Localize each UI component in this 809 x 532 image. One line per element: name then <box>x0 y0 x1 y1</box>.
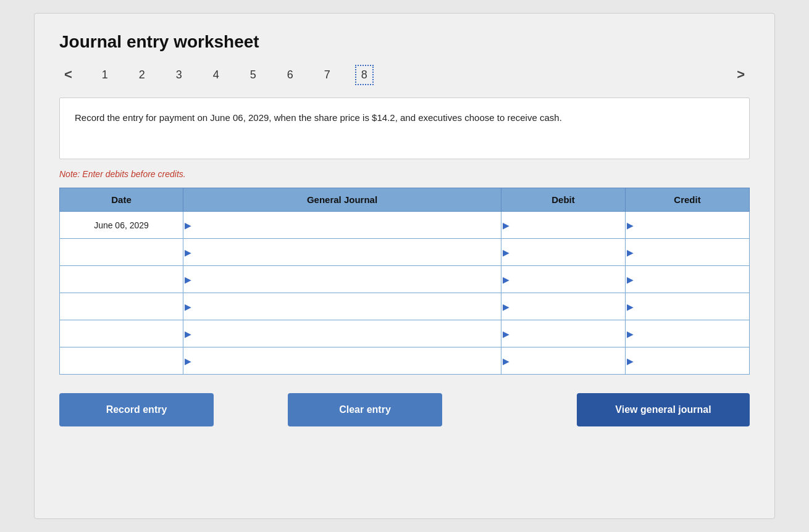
next-arrow[interactable]: > <box>732 64 750 85</box>
credit-cell-6[interactable]: ▶ <box>626 347 750 375</box>
table-row: ▶ ▶ ▶ <box>60 320 750 347</box>
date-cell-4 <box>60 293 183 320</box>
credit-arrow-icon: ▶ <box>626 329 636 339</box>
debit-arrow-icon: ▶ <box>501 356 512 366</box>
main-container: Journal entry worksheet < 1 2 3 4 5 6 7 … <box>34 13 775 519</box>
credit-arrow-icon: ▶ <box>626 275 636 285</box>
view-general-journal-button[interactable]: View general journal <box>577 393 750 426</box>
nav-page-4[interactable]: 4 <box>207 66 225 84</box>
credit-arrow-icon: ▶ <box>626 356 636 366</box>
debit-arrow-icon: ▶ <box>501 247 512 257</box>
description-text: Record the entry for payment on June 06,… <box>75 112 562 123</box>
buttons-row: Record entry Clear entry View general jo… <box>59 393 750 426</box>
credit-cell-3[interactable]: ▶ <box>626 266 750 293</box>
nav-page-6[interactable]: 6 <box>281 66 300 84</box>
debit-cell-6[interactable]: ▶ <box>501 347 626 375</box>
credit-arrow-icon: ▶ <box>626 302 636 312</box>
credit-input-6[interactable] <box>636 347 749 374</box>
debit-input-3[interactable] <box>512 266 625 293</box>
journal-input-5[interactable] <box>194 320 501 347</box>
date-cell-2 <box>60 239 183 266</box>
date-cell-6 <box>60 347 183 375</box>
debit-arrow-icon: ▶ <box>501 302 512 312</box>
date-cell-3 <box>60 266 183 293</box>
credit-arrow-icon: ▶ <box>626 220 636 230</box>
cell-arrow-icon: ▶ <box>183 356 194 366</box>
cell-arrow-icon: ▶ <box>183 329 194 339</box>
nav-page-1[interactable]: 1 <box>96 66 114 84</box>
credit-input-2[interactable] <box>636 239 749 265</box>
journal-input-4[interactable] <box>194 293 501 320</box>
pagination-nav: < 1 2 3 4 5 6 7 8 > <box>59 64 750 85</box>
table-row: ▶ ▶ ▶ <box>60 239 750 266</box>
header-debit: Debit <box>501 188 626 212</box>
credit-cell-2[interactable]: ▶ <box>626 239 750 266</box>
table-row: June 06, 2029 ▶ ▶ ▶ <box>60 212 750 239</box>
journal-cell-5[interactable]: ▶ <box>183 320 501 347</box>
journal-table: Date General Journal Debit Credit June 0… <box>59 188 750 375</box>
debit-input-5[interactable] <box>512 320 625 347</box>
credit-input-1[interactable] <box>636 212 749 238</box>
debit-input-1[interactable] <box>512 212 625 238</box>
header-credit: Credit <box>626 188 750 212</box>
cell-arrow-icon: ▶ <box>183 275 194 285</box>
prev-arrow[interactable]: < <box>59 64 77 85</box>
header-journal: General Journal <box>183 188 501 212</box>
credit-input-4[interactable] <box>636 293 749 320</box>
note-text: Note: Enter debits before credits. <box>59 169 750 179</box>
journal-input-3[interactable] <box>194 266 501 293</box>
debit-arrow-icon: ▶ <box>501 275 512 285</box>
debit-cell-5[interactable]: ▶ <box>501 320 626 347</box>
journal-input-2[interactable] <box>194 239 501 265</box>
date-cell-1: June 06, 2029 <box>60 212 183 239</box>
cell-arrow-icon: ▶ <box>183 247 194 257</box>
debit-cell-4[interactable]: ▶ <box>501 293 626 320</box>
journal-cell-1[interactable]: ▶ <box>183 212 501 239</box>
debit-input-2[interactable] <box>512 239 625 265</box>
table-row: ▶ ▶ ▶ <box>60 266 750 293</box>
nav-page-5[interactable]: 5 <box>244 66 262 84</box>
debit-cell-1[interactable]: ▶ <box>501 212 626 239</box>
table-row: ▶ ▶ ▶ <box>60 293 750 320</box>
debit-arrow-icon: ▶ <box>501 329 512 339</box>
credit-cell-5[interactable]: ▶ <box>626 320 750 347</box>
credit-cell-1[interactable]: ▶ <box>626 212 750 239</box>
nav-page-8[interactable]: 8 <box>355 65 374 85</box>
credit-arrow-icon: ▶ <box>626 247 636 257</box>
cell-arrow-icon: ▶ <box>183 302 194 312</box>
page-title: Journal entry worksheet <box>59 32 750 52</box>
debit-arrow-icon: ▶ <box>501 220 512 230</box>
debit-input-4[interactable] <box>512 293 625 320</box>
debit-input-6[interactable] <box>512 347 625 374</box>
journal-cell-6[interactable]: ▶ <box>183 347 501 375</box>
journal-input-1[interactable] <box>194 212 501 238</box>
debit-cell-3[interactable]: ▶ <box>501 266 626 293</box>
journal-cell-3[interactable]: ▶ <box>183 266 501 293</box>
credit-input-3[interactable] <box>636 266 749 293</box>
journal-cell-4[interactable]: ▶ <box>183 293 501 320</box>
header-date: Date <box>60 188 183 212</box>
nav-page-7[interactable]: 7 <box>318 66 337 84</box>
date-cell-5 <box>60 320 183 347</box>
description-box: Record the entry for payment on June 06,… <box>59 98 750 159</box>
credit-input-5[interactable] <box>636 320 749 347</box>
nav-page-2[interactable]: 2 <box>133 66 151 84</box>
debit-cell-2[interactable]: ▶ <box>501 239 626 266</box>
journal-cell-2[interactable]: ▶ <box>183 239 501 266</box>
credit-cell-4[interactable]: ▶ <box>626 293 750 320</box>
nav-page-3[interactable]: 3 <box>170 66 188 84</box>
cell-arrow-icon: ▶ <box>183 220 194 230</box>
record-entry-button[interactable]: Record entry <box>59 393 214 426</box>
journal-input-6[interactable] <box>194 347 501 374</box>
table-row: ▶ ▶ ▶ <box>60 347 750 375</box>
clear-entry-button[interactable]: Clear entry <box>288 393 442 426</box>
